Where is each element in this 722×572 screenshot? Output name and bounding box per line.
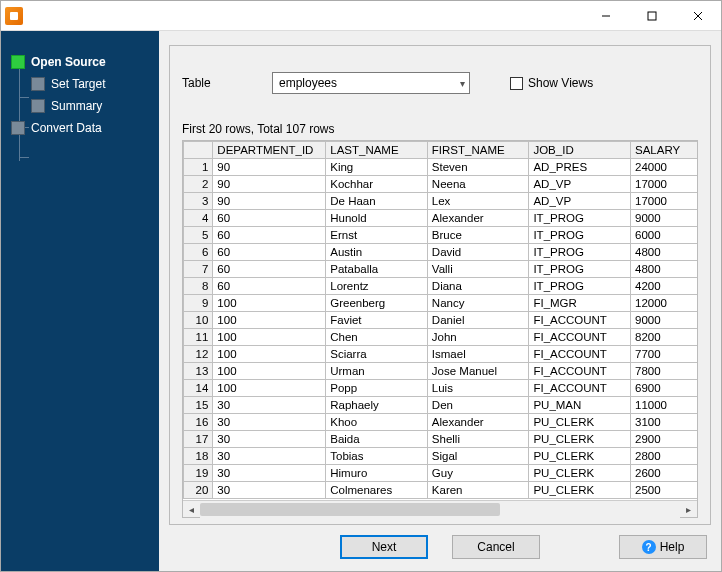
horizontal-scrollbar[interactable]: ◂ ▸	[183, 500, 697, 517]
scroll-left-icon[interactable]: ◂	[183, 501, 200, 518]
cell[interactable]: 9000	[631, 312, 697, 329]
cell[interactable]: 4800	[631, 244, 697, 261]
cell[interactable]: Lex	[427, 193, 529, 210]
cell[interactable]: Pataballa	[326, 261, 428, 278]
step-summary[interactable]: Summary	[1, 95, 159, 117]
cell[interactable]: Chen	[326, 329, 428, 346]
cell[interactable]: Den	[427, 397, 529, 414]
col-header[interactable]: LAST_NAME	[326, 142, 428, 159]
cell[interactable]: Shelli	[427, 431, 529, 448]
show-views-checkbox[interactable]: Show Views	[510, 76, 593, 90]
cell[interactable]: Lorentz	[326, 278, 428, 295]
cell[interactable]: AD_VP	[529, 176, 631, 193]
step-convert-data[interactable]: Convert Data	[1, 117, 159, 139]
cell[interactable]: 7700	[631, 346, 697, 363]
row-number[interactable]: 18	[184, 448, 213, 465]
cell[interactable]: Urman	[326, 363, 428, 380]
table-row[interactable]: 460HunoldAlexanderIT_PROG9000AHUNOLD	[184, 210, 698, 227]
cell[interactable]: 60	[213, 278, 326, 295]
cell[interactable]: Neena	[427, 176, 529, 193]
table-row[interactable]: 2030ColmenaresKarenPU_CLERK2500KCOLMENA	[184, 482, 698, 499]
cell[interactable]: 30	[213, 431, 326, 448]
cell[interactable]: FI_ACCOUNT	[529, 312, 631, 329]
cell[interactable]: 7800	[631, 363, 697, 380]
cell[interactable]: 100	[213, 312, 326, 329]
cell[interactable]: Sciarra	[326, 346, 428, 363]
cell[interactable]: 60	[213, 227, 326, 244]
table-row[interactable]: 390De HaanLexAD_VP17000LDEHAAN	[184, 193, 698, 210]
row-number[interactable]: 6	[184, 244, 213, 261]
cell[interactable]: Daniel	[427, 312, 529, 329]
table-select[interactable]: employees ▾	[272, 72, 470, 94]
cell[interactable]: 100	[213, 329, 326, 346]
cell[interactable]: 60	[213, 210, 326, 227]
row-number[interactable]: 19	[184, 465, 213, 482]
row-number[interactable]: 10	[184, 312, 213, 329]
cell[interactable]: 30	[213, 482, 326, 499]
cell[interactable]: PU_CLERK	[529, 482, 631, 499]
cell[interactable]: Luis	[427, 380, 529, 397]
cell[interactable]: Ismael	[427, 346, 529, 363]
cell[interactable]: 17000	[631, 176, 697, 193]
cell[interactable]: Faviet	[326, 312, 428, 329]
cell[interactable]: PU_CLERK	[529, 465, 631, 482]
cell[interactable]: 4800	[631, 261, 697, 278]
cell[interactable]: PU_CLERK	[529, 448, 631, 465]
cell[interactable]: Popp	[326, 380, 428, 397]
step-set-target[interactable]: Set Target	[1, 73, 159, 95]
cell[interactable]: PU_MAN	[529, 397, 631, 414]
cell[interactable]: 100	[213, 363, 326, 380]
cell[interactable]: IT_PROG	[529, 261, 631, 278]
row-number[interactable]: 3	[184, 193, 213, 210]
cell[interactable]: FI_ACCOUNT	[529, 363, 631, 380]
cell[interactable]: 17000	[631, 193, 697, 210]
row-number[interactable]: 16	[184, 414, 213, 431]
cell[interactable]: 9000	[631, 210, 697, 227]
cell[interactable]: Diana	[427, 278, 529, 295]
cell[interactable]: 3100	[631, 414, 697, 431]
scroll-thumb[interactable]	[200, 503, 500, 516]
table-row[interactable]: 1730BaidaShelliPU_CLERK2900SBAIDA	[184, 431, 698, 448]
row-number[interactable]: 8	[184, 278, 213, 295]
cell[interactable]: Nancy	[427, 295, 529, 312]
row-number[interactable]: 12	[184, 346, 213, 363]
cell[interactable]: 30	[213, 414, 326, 431]
table-row[interactable]: 660AustinDavidIT_PROG4800DAUSTIN	[184, 244, 698, 261]
cell[interactable]: IT_PROG	[529, 227, 631, 244]
table-row[interactable]: 9100GreenbergNancyFI_MGR12000NGREENBE	[184, 295, 698, 312]
cell[interactable]: David	[427, 244, 529, 261]
cell[interactable]: Karen	[427, 482, 529, 499]
cell[interactable]: 30	[213, 465, 326, 482]
row-number[interactable]: 15	[184, 397, 213, 414]
cell[interactable]: 60	[213, 261, 326, 278]
cell[interactable]: 100	[213, 295, 326, 312]
cancel-button[interactable]: Cancel	[452, 535, 540, 559]
maximize-button[interactable]	[629, 1, 675, 31]
table-row[interactable]: 12100SciarraIsmaelFI_ACCOUNT7700ISCIARRA	[184, 346, 698, 363]
cell[interactable]: Tobias	[326, 448, 428, 465]
table-row[interactable]: 1630KhooAlexanderPU_CLERK3100AKHOO	[184, 414, 698, 431]
cell[interactable]: Hunold	[326, 210, 428, 227]
cell[interactable]: 8200	[631, 329, 697, 346]
cell[interactable]: Raphaely	[326, 397, 428, 414]
row-number[interactable]: 20	[184, 482, 213, 499]
row-number[interactable]: 5	[184, 227, 213, 244]
cell[interactable]: 24000	[631, 159, 697, 176]
cell[interactable]: Valli	[427, 261, 529, 278]
cell[interactable]: PU_CLERK	[529, 414, 631, 431]
cell[interactable]: Bruce	[427, 227, 529, 244]
col-header[interactable]: DEPARTMENT_ID	[213, 142, 326, 159]
cell[interactable]: 90	[213, 159, 326, 176]
cell[interactable]: 2800	[631, 448, 697, 465]
cell[interactable]: 6900	[631, 380, 697, 397]
table-row[interactable]: 1930HimuroGuyPU_CLERK2600GHIMURO	[184, 465, 698, 482]
row-number[interactable]: 9	[184, 295, 213, 312]
cell[interactable]: 12000	[631, 295, 697, 312]
cell[interactable]: 100	[213, 380, 326, 397]
cell[interactable]: Jose Manuel	[427, 363, 529, 380]
cell[interactable]: 2600	[631, 465, 697, 482]
cell[interactable]: 100	[213, 346, 326, 363]
row-number[interactable]: 7	[184, 261, 213, 278]
cell[interactable]: AD_VP	[529, 193, 631, 210]
close-button[interactable]	[675, 1, 721, 31]
